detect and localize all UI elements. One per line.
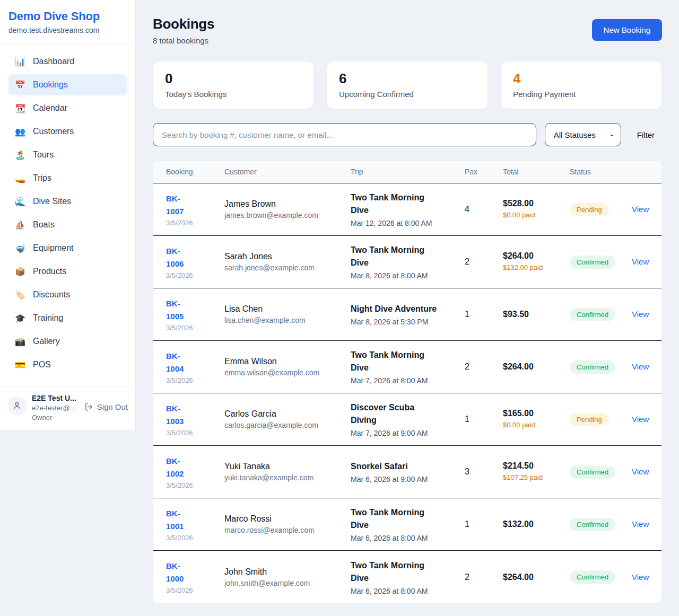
paid-amount: $132.00 paid	[503, 263, 544, 272]
nav-item-label: Tours	[33, 150, 54, 160]
sidebar-item[interactable]: 🌊 Dive Sites	[8, 191, 127, 212]
status-badge: Confirmed	[570, 308, 615, 321]
view-link[interactable]: View	[632, 310, 649, 319]
trip-name: Night Dive Adventure	[351, 303, 437, 315]
status-badge: Confirmed	[570, 518, 615, 531]
view-link[interactable]: View	[632, 415, 649, 424]
pax-count: 2	[465, 362, 503, 372]
booking-id-link[interactable]: BK-1001	[166, 507, 197, 533]
booking-date: 3/5/2026	[166, 376, 224, 384]
view-link[interactable]: View	[632, 467, 649, 476]
paid-amount: $107.25 paid	[503, 473, 544, 482]
table-row: BK-1000 3/5/2026 John Smith john.smith@e…	[153, 551, 661, 603]
sidebar-item[interactable]: 💳 POS	[8, 354, 127, 375]
avatar	[7, 396, 27, 415]
nav-item-label: Dashboard	[33, 57, 74, 66]
customer-email: james.brown@example.com	[224, 211, 351, 219]
nav-item-icon: 👥	[15, 127, 25, 137]
status-select[interactable]: All Statuses	[545, 123, 621, 146]
user-name: E2E Test U...	[32, 394, 79, 402]
booking-id-link[interactable]: BK-1005	[166, 297, 197, 323]
sidebar-item[interactable]: ⛵ Boats	[8, 214, 127, 235]
trip-datetime: Mar 7, 2026 at 9:00 AM	[351, 429, 465, 437]
nav-item-label: Customers	[33, 127, 74, 136]
booking-date: 3/5/2026	[166, 429, 224, 437]
pax-count: 2	[465, 257, 503, 267]
customer-name: James Brown	[224, 199, 351, 209]
nav-item-label: Discounts	[33, 290, 70, 300]
sidebar-item[interactable]: 🤿 Equipment	[8, 237, 127, 259]
nav-item-icon: 📅	[15, 80, 25, 90]
total-amount: $132.00	[503, 520, 570, 529]
nav-item-icon: ⛵	[15, 220, 25, 230]
user-icon	[12, 401, 22, 410]
col-total: Total	[503, 168, 570, 176]
view-link[interactable]: View	[632, 573, 649, 582]
customer-email: marco.rossi@example.com	[224, 526, 351, 534]
trip-datetime: Mar 6, 2026 at 8:00 AM	[351, 587, 465, 595]
view-link[interactable]: View	[632, 362, 649, 371]
table-row: BK-1002 3/5/2026 Yuki Tanaka yuki.tanaka…	[153, 446, 661, 498]
trip-datetime: Mar 6, 2026 at 8:00 AM	[351, 534, 465, 542]
pax-count: 4	[465, 205, 503, 214]
sign-out-icon	[84, 402, 93, 411]
booking-id-link[interactable]: BK-1000	[166, 560, 197, 585]
sidebar-item[interactable]: 📦 Products	[8, 261, 127, 282]
sidebar-item[interactable]: 🚤 Trips	[8, 168, 127, 189]
view-link[interactable]: View	[632, 205, 649, 214]
page-title: Bookings	[153, 16, 214, 32]
sidebar-item[interactable]: 🏷️ Discounts	[8, 284, 127, 305]
customer-email: sarah.jones@example.com	[224, 263, 351, 272]
sidebar-item[interactable]: 🎓 Training	[8, 307, 127, 329]
stat-card: 0 Today's Bookings	[153, 61, 314, 109]
nav-item-icon: 📦	[15, 267, 25, 277]
nav-item-label: Equipment	[33, 243, 74, 253]
col-trip: Trip	[351, 168, 465, 176]
search-input[interactable]	[153, 123, 536, 146]
status-badge: Confirmed	[570, 360, 615, 374]
sidebar-item[interactable]: 📊 Dashboard	[8, 51, 127, 72]
stat-label: Upcoming Confirmed	[339, 90, 476, 99]
booking-id-link[interactable]: BK-1002	[166, 455, 197, 480]
new-booking-button[interactable]: New Booking	[592, 19, 662, 41]
sidebar-item[interactable]: 📅 Bookings	[8, 74, 127, 95]
sidebar-item[interactable]: 📆 Calendar	[8, 98, 127, 119]
nav-item-label: Gallery	[33, 337, 60, 346]
total-amount: $528.00	[503, 199, 570, 208]
stat-value: 0	[165, 71, 302, 87]
sidebar-item[interactable]: 🏝️ Tours	[8, 144, 127, 165]
nav-item-icon: 🌊	[15, 197, 25, 207]
nav-item-icon: 🏝️	[15, 150, 25, 160]
col-status: Status	[570, 168, 632, 176]
col-customer: Customer	[224, 168, 351, 176]
booking-id-link[interactable]: BK-1006	[166, 245, 197, 270]
customer-email: lisa.chen@example.com	[224, 316, 351, 324]
trip-datetime: Mar 8, 2026 at 8:00 AM	[351, 271, 465, 280]
total-amount: $165.00	[503, 409, 570, 418]
customer-email: carlos.garcia@example.com	[224, 421, 351, 429]
table-row: BK-1006 3/5/2026 Sarah Jones sarah.jones…	[153, 236, 661, 288]
sidebar-item[interactable]: 👥 Customers	[8, 121, 127, 142]
booking-date: 3/5/2026	[166, 481, 224, 489]
stat-label: Today's Bookings	[165, 90, 302, 99]
nav-item-label: Trips	[33, 173, 51, 183]
trip-datetime: Mar 12, 2026 at 8:00 AM	[351, 219, 465, 227]
total-amount: $264.00	[503, 251, 570, 261]
nav-item-label: Products	[33, 267, 66, 276]
booking-id-link[interactable]: BK-1003	[166, 402, 197, 428]
view-link[interactable]: View	[632, 520, 649, 529]
view-link[interactable]: View	[632, 257, 649, 266]
booking-date: 3/5/2026	[166, 586, 224, 594]
booking-id-link[interactable]: BK-1007	[166, 192, 197, 218]
booking-id-link[interactable]: BK-1004	[166, 350, 197, 375]
sign-out-button[interactable]: Sign Out	[84, 402, 128, 411]
total-amount: $214.50	[503, 461, 570, 471]
customer-name: Lisa Chen	[224, 304, 351, 314]
nav-item-icon: 📸	[15, 337, 25, 347]
nav-item-label: Bookings	[33, 80, 68, 90]
customer-email: john.smith@example.com	[224, 579, 351, 587]
booking-date: 3/5/2026	[166, 324, 224, 332]
main-content: Bookings 8 total bookings New Booking 0 …	[136, 0, 679, 616]
filter-button[interactable]: Filter	[630, 130, 662, 139]
sidebar-item[interactable]: 📸 Gallery	[8, 331, 127, 352]
